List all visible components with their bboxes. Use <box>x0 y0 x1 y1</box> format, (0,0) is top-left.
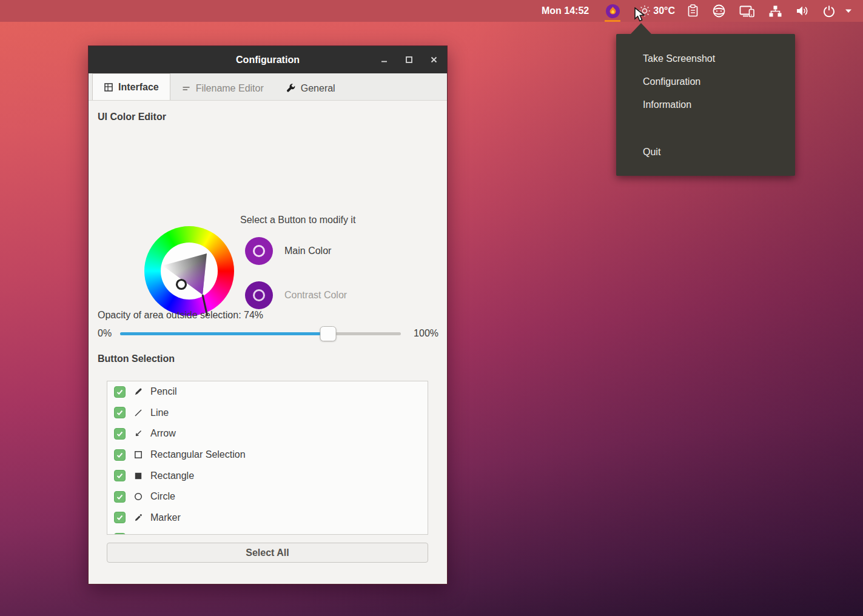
rectangle-icon <box>133 470 143 481</box>
menu-item-take-screenshot[interactable]: Take Screenshot <box>616 47 795 70</box>
close-button[interactable] <box>428 54 440 66</box>
pencil-icon <box>133 387 143 397</box>
ui-color-editor-title: UI Color Editor <box>98 112 166 122</box>
line-icon <box>133 407 143 418</box>
modify-prompt: Select a Button to modify it <box>240 215 355 226</box>
pencil-checkbox[interactable] <box>114 386 126 398</box>
tab-general[interactable]: General <box>275 76 346 100</box>
list-item-rectangular-selection: Rectangular Selection <box>107 444 428 466</box>
rectangle-checkbox[interactable] <box>114 470 126 481</box>
contrast-color-button[interactable] <box>245 281 273 309</box>
circle-icon <box>253 289 265 301</box>
slider-min-label: 0% <box>98 328 112 339</box>
list-item-pencil: Pencil <box>107 381 428 403</box>
selection-icon <box>133 450 143 460</box>
menu-item-quit[interactable]: Quit <box>616 141 795 164</box>
power-icon[interactable] <box>823 5 835 18</box>
opacity-label: Opacity of area outside selection: 74% <box>98 310 263 321</box>
tray-menu: Take Screenshot Configuration Informatio… <box>616 34 795 176</box>
main-color-button[interactable] <box>245 237 273 265</box>
menu-item-information[interactable]: Information <box>616 93 795 116</box>
tool-icon <box>133 534 143 535</box>
list-item-partial <box>107 528 428 535</box>
check-icon <box>116 409 124 417</box>
marker-checkbox[interactable] <box>114 512 126 523</box>
tray-menu-caret <box>631 23 651 34</box>
flame-icon <box>606 4 620 18</box>
menu-item-configuration[interactable]: Configuration <box>616 70 795 93</box>
flameshot-tray-icon[interactable] <box>602 0 623 22</box>
volume-icon[interactable] <box>796 5 810 17</box>
arrow-checkbox[interactable] <box>114 428 126 440</box>
minimize-button[interactable] <box>378 54 390 66</box>
check-icon <box>116 514 124 521</box>
check-icon <box>116 472 124 480</box>
tab-general-label: General <box>301 83 335 94</box>
slider-track[interactable] <box>120 332 401 335</box>
wheel-selector[interactable] <box>177 280 186 289</box>
list-item-marker: Marker <box>107 507 428 529</box>
list-item-arrow: Arrow <box>107 423 428 444</box>
maximize-button[interactable] <box>403 54 415 66</box>
color-wheel[interactable] <box>144 226 234 316</box>
menu-separator <box>616 116 795 141</box>
check-icon <box>116 493 124 501</box>
circle-icon <box>253 245 265 257</box>
list-item-circle: Circle <box>107 486 428 507</box>
main-color-label: Main Color <box>284 246 331 256</box>
partial-checkbox[interactable] <box>114 533 126 535</box>
tab-bar: Interface Filename Editor General <box>89 73 447 101</box>
clock[interactable]: Mon 14:52 <box>542 5 589 16</box>
button-selection-title: Button Selection <box>98 353 175 364</box>
titlebar[interactable]: Configuration <box>89 46 447 73</box>
circle-checkbox[interactable] <box>114 491 126 503</box>
network-icon[interactable] <box>768 5 782 18</box>
tab-interface-label: Interface <box>118 82 159 93</box>
check-icon <box>116 451 124 459</box>
list-item-line: Line <box>107 403 428 424</box>
slider-max-label: 100% <box>414 328 438 339</box>
session-chevron-icon[interactable] <box>845 8 852 13</box>
temperature-label: 30°C <box>653 5 675 16</box>
configuration-window: Configuration Interface <box>88 45 448 584</box>
clipboard-icon[interactable] <box>687 4 699 18</box>
mouse-cursor <box>634 7 648 23</box>
select-all-button[interactable]: Select All <box>107 543 428 563</box>
rectangular-selection-checkbox[interactable] <box>114 449 126 461</box>
button-selection-list: Pencil Line <box>107 381 428 535</box>
circle-icon <box>133 492 143 502</box>
check-icon <box>116 430 124 438</box>
tab-interface[interactable]: Interface <box>92 73 170 100</box>
app-indicator-icon[interactable] <box>712 4 726 18</box>
top-panel: Mon 14:52 30°C <box>0 0 863 22</box>
list-item-rectangle: Rectangle <box>107 465 428 486</box>
grid-icon <box>104 82 113 92</box>
devices-icon[interactable] <box>739 5 755 18</box>
opacity-slider: 0% 100% <box>98 326 438 342</box>
marker-icon <box>133 512 143 523</box>
interface-tab-content: UI Color Editor <box>89 101 447 584</box>
tab-filename-editor-label: Filename Editor <box>196 83 264 94</box>
line-checkbox[interactable] <box>114 407 126 418</box>
contrast-color-label: Contrast Color <box>284 290 347 301</box>
tab-filename-editor[interactable]: Filename Editor <box>170 76 275 100</box>
wrench-icon <box>286 83 296 93</box>
slider-fill <box>120 332 328 335</box>
check-icon <box>116 388 124 396</box>
slider-handle[interactable] <box>320 326 336 341</box>
saturation-triangle[interactable] <box>144 226 234 316</box>
lines-icon <box>181 84 191 93</box>
arrow-icon <box>133 429 143 439</box>
